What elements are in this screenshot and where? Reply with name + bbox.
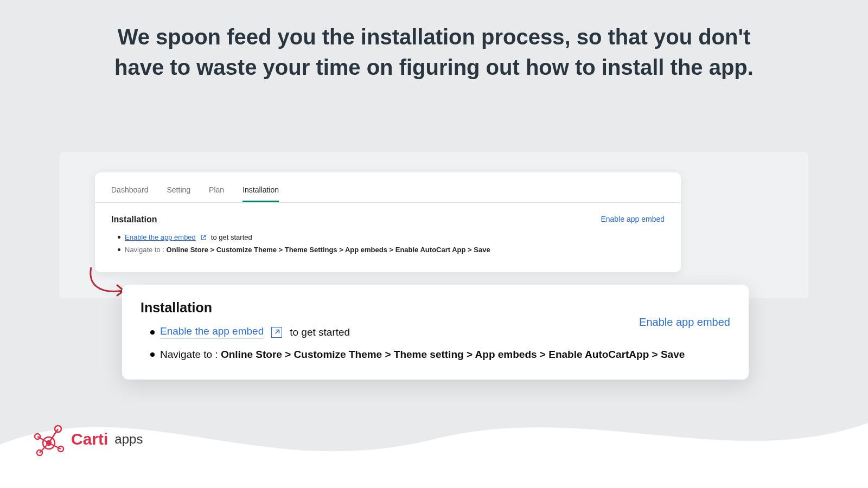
instruction-item-2-zoom: Navigate to : Online Store > Customize T… [150,349,730,361]
instruction-list-zoom: Enable the app embed to get started Navi… [141,325,730,361]
tab-installation[interactable]: Installation [242,185,279,202]
installation-card-zoomed: Installation Enable app embed Enable the… [122,285,749,380]
instruction-item-1: Enable the app embed to get started [118,233,665,241]
logo-text-main: Carti [71,430,108,448]
bullet-icon [150,330,155,335]
tabs-row: Dashboard Setting Plan Installation [95,172,681,202]
external-link-icon[interactable] [271,327,282,338]
installation-card-small: Dashboard Setting Plan Installation Inst… [95,172,681,272]
enable-app-embed-link-zoom[interactable]: Enable app embed [639,316,730,329]
enable-embed-inline-link-zoom[interactable]: Enable the app embed [160,325,264,339]
navigate-prefix-zoom: Navigate to : [160,349,221,360]
section-title-zoom: Installation [141,300,730,316]
hero-headline: We spoon feed you the installation proce… [0,0,868,82]
enable-app-embed-link[interactable]: Enable app embed [601,215,665,223]
instruction-suffix-zoom: to get started [290,326,350,338]
navigate-path-zoom: Online Store > Customize Theme > Theme s… [221,349,685,360]
brand-logo: Carti apps [30,420,143,458]
instruction-suffix: to get started [211,233,252,241]
tab-setting[interactable]: Setting [167,185,191,202]
instruction-item-2: Navigate to : Online Store > Customize T… [118,246,665,254]
external-link-icon[interactable] [200,234,207,241]
tab-dashboard[interactable]: Dashboard [111,185,149,202]
bullet-icon [150,352,155,357]
logo-text-sub: apps [114,432,143,447]
instruction-list: Enable the app embed to get started Navi… [111,233,665,254]
navigate-prefix: Navigate to : [125,246,167,254]
tab-plan[interactable]: Plan [209,185,224,202]
section-title: Installation [111,215,665,224]
navigate-path: Online Store > Customize Theme > Theme S… [167,246,490,254]
bullet-icon [118,248,120,251]
bullet-icon [118,236,120,239]
logo-mark-icon [30,420,68,458]
enable-embed-inline-link[interactable]: Enable the app embed [125,233,196,241]
